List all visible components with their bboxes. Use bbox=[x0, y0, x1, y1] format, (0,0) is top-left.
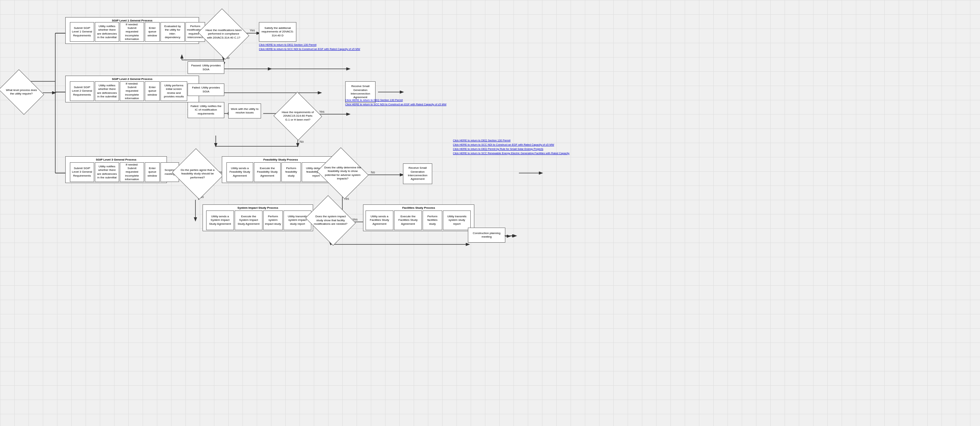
passed-sgia-box: Passed: Utility provides SGIA bbox=[188, 61, 224, 74]
link7[interactable]: Click HERE to return to DEQ Permit by Ru… bbox=[453, 147, 543, 151]
utility-determine-diamond: Does the utility determine the feasibili… bbox=[323, 156, 362, 190]
have-reqs-diamond: Have the requirements of 20VAC15-314-60 … bbox=[280, 99, 315, 133]
start-process-diamond: What level process does the utility requ… bbox=[3, 78, 39, 106]
feas-agree-box: Utility sends a Feasibility Study Agreem… bbox=[226, 162, 253, 182]
level1-title: SGIP Level 1 General Process bbox=[65, 19, 199, 22]
sys-agree-box: Utility sends a System Impact Study Agre… bbox=[206, 211, 234, 230]
queue-l2-box: Enter queue window bbox=[145, 81, 160, 101]
transmit-sys-box: Utility transmits system impact study re… bbox=[283, 211, 311, 230]
queue-l3-box: Enter queue window bbox=[145, 162, 160, 182]
link1[interactable]: Click HERE to return to DEQ Section 130 … bbox=[259, 43, 316, 47]
construction-box: Construction planning meeting bbox=[468, 228, 505, 243]
notify-l3-box: Utility notifies whether there are defic… bbox=[95, 162, 119, 182]
link3[interactable]: Click HERE to return to DEQ Section 130 … bbox=[345, 98, 402, 102]
notify-l2-box: Utility notifies whether there are defic… bbox=[95, 81, 119, 101]
perform-fac-box: Perform facilities study bbox=[423, 211, 442, 230]
screen-l2-box: Utility performs initial screen review a… bbox=[161, 81, 187, 101]
evaluated-l1-box: Evaluated by the utility for inter-depen… bbox=[161, 22, 185, 42]
execute-fac-box: Execute the Facilities Study Agreement bbox=[394, 211, 422, 230]
needed-l1-box: If needed: Submit requested incomplete i… bbox=[120, 22, 144, 42]
notify-l1-box: Utility notifies whether there are defic… bbox=[95, 22, 119, 42]
failed-sgia-l2-box: Failed: Utility provides SGIA bbox=[188, 83, 224, 96]
svg-text:No: No bbox=[299, 140, 304, 144]
execute-feas-box: Execute the Feasibility Study Agreement bbox=[254, 162, 281, 182]
link4[interactable]: Click HERE to return to SCC NDI to Const… bbox=[345, 102, 447, 106]
fac-agree-box: Utility sends a Facilities Study Agreeme… bbox=[366, 211, 393, 230]
level2-title: SGIP Level 2 General Process bbox=[65, 77, 199, 81]
svg-text:Yes: Yes bbox=[319, 110, 325, 113]
system-impact-title: System Impact Study Process bbox=[203, 206, 313, 209]
arrows-svg: Yes No Yes No bbox=[0, 0, 980, 426]
needed-l3-box: If needed: Submit requested incomplete i… bbox=[120, 162, 144, 182]
link5[interactable]: Click HERE to return to DEQ Section 130 … bbox=[453, 139, 510, 142]
queue-l1-box: Enter queue window bbox=[145, 22, 160, 42]
sys-mods-diamond: Does the system impact study show that f… bbox=[311, 204, 350, 236]
diagram-canvas: Yes No Yes No bbox=[0, 0, 980, 426]
do-parties-diamond: Do the parties agree that a feasibility … bbox=[178, 157, 217, 191]
facilities-title: Facilities Study Process bbox=[363, 206, 474, 209]
link8[interactable]: Click HERE to return to SCC Renewable En… bbox=[453, 151, 570, 155]
submit-l1-box: Submit SGIP Level 1 General Requirements bbox=[70, 22, 94, 42]
link2[interactable]: Click HERE to return to SCC NDI to Const… bbox=[259, 47, 360, 51]
execute-sys-box: Execute the System Impact Study Agreemen… bbox=[235, 211, 262, 230]
perform-feas-box: Perform feasibility study bbox=[282, 162, 301, 182]
perform-sys-box: Perform system impact study bbox=[263, 211, 283, 230]
submit-l2-box: Submit SGIP Level 2 General Requirements bbox=[70, 81, 94, 101]
svg-text:No: No bbox=[371, 171, 375, 174]
receive-sgia-r-box: Receive Small Generation Interconnection… bbox=[403, 163, 432, 184]
failed-notify-box: Failed: Utility notifies the IC of modif… bbox=[188, 102, 224, 118]
satisfy-add-box: Satisfy the additional requirements of 2… bbox=[259, 22, 296, 42]
link6[interactable]: Click HERE to return to SCC NDI to Const… bbox=[453, 143, 554, 147]
work-issues-box: Work with the utility to resolve issues bbox=[228, 104, 261, 118]
level3-title: SGIP Level 3 General Process bbox=[65, 158, 167, 161]
feasibility-title: Feasibility Study Process bbox=[222, 158, 339, 161]
post-construction-arrow bbox=[504, 233, 519, 239]
have-mods-diamond: Have the modifications been performed in… bbox=[204, 17, 243, 51]
svg-text:Yes: Yes bbox=[250, 29, 255, 32]
needed-l2-box: If needed: Submit requested incomplete i… bbox=[120, 81, 144, 101]
submit-l3-box: Submit SGIP Level 3 General Requirements bbox=[70, 162, 94, 182]
transmit-fac-box: Utility transmits system study report bbox=[443, 211, 471, 230]
